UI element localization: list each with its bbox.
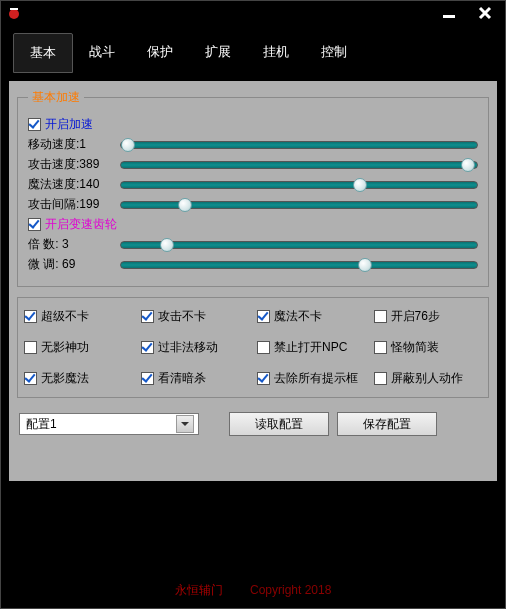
slider2-slider-0[interactable]	[120, 241, 478, 249]
svg-rect-2	[443, 15, 455, 18]
slider1-label-1: 攻击速度:389	[28, 156, 114, 173]
check-label-0: 超级不卡	[41, 308, 89, 325]
checkbox-enable-accel[interactable]	[28, 118, 41, 131]
close-button[interactable]	[467, 2, 503, 24]
check-item-0[interactable]: 超级不卡	[24, 308, 133, 325]
row-enable-gear: 开启变速齿轮	[28, 216, 478, 233]
panel-basic: 基本加速 开启加速 移动速度:1攻击速度:389魔法速度:140攻击间隔:199…	[9, 81, 497, 481]
svg-point-0	[9, 9, 19, 19]
tab-3[interactable]: 扩展	[189, 33, 247, 73]
check-label-11: 屏蔽别人动作	[391, 370, 463, 387]
check-label-6: 禁止打开NPC	[274, 339, 347, 356]
slider2-row-0: 倍 数: 3	[28, 236, 478, 253]
check-item-5[interactable]: 过非法移动	[141, 339, 250, 356]
checkbox-8[interactable]	[24, 372, 37, 385]
titlebar	[1, 1, 505, 25]
minimize-button[interactable]	[431, 2, 467, 24]
slider1-thumb-2[interactable]	[353, 178, 367, 192]
checkbox-3[interactable]	[374, 310, 387, 323]
checkbox-enable-gear[interactable]	[28, 218, 41, 231]
slider1-slider-2[interactable]	[120, 181, 478, 189]
checkbox-0[interactable]	[24, 310, 37, 323]
slider1-label-3: 攻击间隔:199	[28, 196, 114, 213]
slider1-label-0: 移动速度:1	[28, 136, 114, 153]
slider2-label-1: 微 调: 69	[28, 256, 114, 273]
slider1-thumb-1[interactable]	[461, 158, 475, 172]
slider2-slider-1[interactable]	[120, 261, 478, 269]
check-item-1[interactable]: 攻击不卡	[141, 308, 250, 325]
check-label-8: 无影魔法	[41, 370, 89, 387]
checkbox-4[interactable]	[24, 341, 37, 354]
window-controls	[431, 2, 503, 24]
checkbox-2[interactable]	[257, 310, 270, 323]
footer-copyright: Copyright 2018	[250, 583, 331, 597]
check-item-4[interactable]: 无影神功	[24, 339, 133, 356]
check-label-5: 过非法移动	[158, 339, 218, 356]
check-label-2: 魔法不卡	[274, 308, 322, 325]
slider1-label-2: 魔法速度:140	[28, 176, 114, 193]
slider1-thumb-3[interactable]	[178, 198, 192, 212]
slider1-slider-3[interactable]	[120, 201, 478, 209]
tab-0[interactable]: 基本	[13, 33, 73, 73]
check-item-11[interactable]: 屏蔽别人动作	[374, 370, 483, 387]
checkbox-11[interactable]	[374, 372, 387, 385]
checkbox-9[interactable]	[141, 372, 154, 385]
content-area: 基本战斗保护扩展挂机控制 基本加速 开启加速 移动速度:1攻击速度:389魔法速…	[9, 29, 497, 481]
check-label-3: 开启76步	[391, 308, 440, 325]
check-item-7[interactable]: 怪物简装	[374, 339, 483, 356]
check-label-10: 去除所有提示框	[274, 370, 358, 387]
tab-5[interactable]: 控制	[305, 33, 363, 73]
footer: 永恒辅门 Copyright 2018	[0, 582, 506, 599]
group-title: 基本加速	[28, 89, 84, 106]
label-enable-accel: 开启加速	[45, 116, 93, 133]
footer-brand: 永恒辅门	[175, 583, 223, 597]
group-basic-accel: 基本加速 开启加速 移动速度:1攻击速度:389魔法速度:140攻击间隔:199…	[17, 89, 489, 287]
check-item-10[interactable]: 去除所有提示框	[257, 370, 366, 387]
check-label-9: 看清暗杀	[158, 370, 206, 387]
app-icon	[7, 6, 21, 20]
check-item-2[interactable]: 魔法不卡	[257, 308, 366, 325]
checks-grid: 超级不卡攻击不卡魔法不卡开启76步无影神功过非法移动禁止打开NPC怪物简装无影魔…	[17, 297, 489, 398]
checkbox-6[interactable]	[257, 341, 270, 354]
row-enable-accel: 开启加速	[28, 116, 478, 133]
tab-2[interactable]: 保护	[131, 33, 189, 73]
slider1-row-0: 移动速度:1	[28, 136, 478, 153]
svg-rect-1	[10, 8, 18, 10]
check-item-3[interactable]: 开启76步	[374, 308, 483, 325]
load-config-button[interactable]: 读取配置	[229, 412, 329, 436]
checkbox-7[interactable]	[374, 341, 387, 354]
checkbox-10[interactable]	[257, 372, 270, 385]
tabbar: 基本战斗保护扩展挂机控制	[9, 29, 497, 81]
slider2-thumb-0[interactable]	[160, 238, 174, 252]
checkbox-5[interactable]	[141, 341, 154, 354]
slider1-thumb-0[interactable]	[121, 138, 135, 152]
label-enable-gear: 开启变速齿轮	[45, 216, 117, 233]
save-config-button[interactable]: 保存配置	[337, 412, 437, 436]
config-combo[interactable]: 配置1	[19, 413, 199, 435]
check-label-7: 怪物简装	[391, 339, 439, 356]
check-label-1: 攻击不卡	[158, 308, 206, 325]
tab-1[interactable]: 战斗	[73, 33, 131, 73]
bottom-controls: 配置1 读取配置 保存配置	[17, 412, 489, 436]
slider1-row-2: 魔法速度:140	[28, 176, 478, 193]
chevron-down-icon	[176, 415, 194, 433]
tab-4[interactable]: 挂机	[247, 33, 305, 73]
slider2-label-0: 倍 数: 3	[28, 236, 114, 253]
check-label-4: 无影神功	[41, 339, 89, 356]
combo-value: 配置1	[26, 416, 57, 433]
slider1-row-1: 攻击速度:389	[28, 156, 478, 173]
check-item-6[interactable]: 禁止打开NPC	[257, 339, 366, 356]
check-item-9[interactable]: 看清暗杀	[141, 370, 250, 387]
slider2-row-1: 微 调: 69	[28, 256, 478, 273]
checkbox-1[interactable]	[141, 310, 154, 323]
slider1-slider-0[interactable]	[120, 141, 478, 149]
check-item-8[interactable]: 无影魔法	[24, 370, 133, 387]
slider2-thumb-1[interactable]	[358, 258, 372, 272]
slider1-slider-1[interactable]	[120, 161, 478, 169]
slider1-row-3: 攻击间隔:199	[28, 196, 478, 213]
